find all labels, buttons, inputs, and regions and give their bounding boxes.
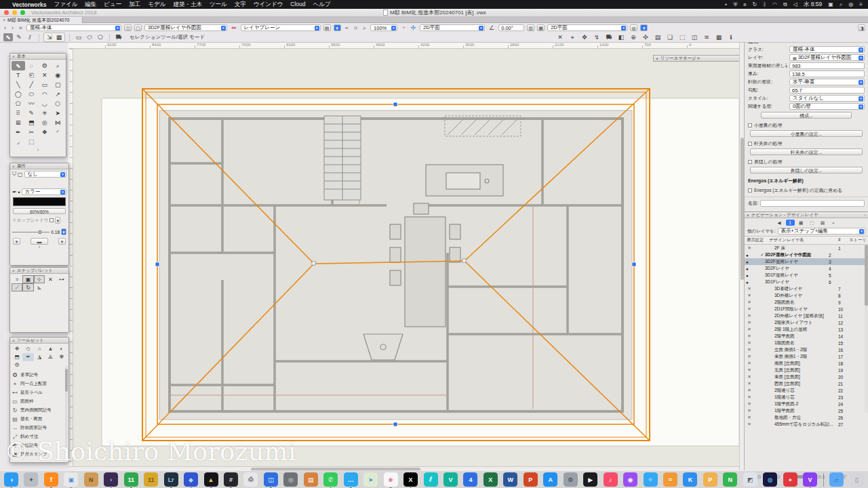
layer-row[interactable]: ✕ 北面 [立面図] 19 [745, 367, 868, 373]
nav-tab3-icon[interactable]: ⬚ [808, 220, 816, 226]
menu-item[interactable]: Cloud [290, 1, 305, 7]
menu-item[interactable]: 文字 [235, 1, 246, 7]
layer-row[interactable]: ✕ 東面 [立面図] 20 [745, 373, 868, 380]
dock-hash-dark-icon[interactable]: # [224, 472, 238, 487]
field-input[interactable]: 983 [789, 62, 865, 69]
snap-intersection-icon[interactable]: ✕ [45, 275, 56, 283]
cat-site-icon[interactable]: ▲ [45, 345, 56, 353]
dock-maps-icon[interactable]: ➤ [363, 472, 378, 487]
layer-row[interactable]: ✕ 1階通り芯 23 [745, 394, 868, 401]
photo-badge-icon[interactable]: ▣ [828, 1, 833, 7]
layer-name[interactable]: 455mmで芯をロジカル転記... [774, 422, 838, 428]
dock-prism-dark-icon[interactable]: ▲ [204, 472, 218, 487]
siri-icon[interactable]: ◍ [848, 1, 853, 7]
opacity-button[interactable]: 60%/60% [13, 208, 66, 214]
class-options-icon[interactable]: ▢ [134, 24, 142, 31]
layer-name[interactable]: 1階図面名 [774, 340, 838, 346]
visibility-off-icon[interactable]: ✕ [745, 415, 754, 420]
star-tool-icon[interactable]: ✳ [38, 108, 52, 118]
visibility-on-icon[interactable]: ● [745, 260, 760, 264]
frame-icon[interactable]: ❏ [665, 33, 675, 41]
lineweight-dropdown-icon[interactable]: ▾ [61, 228, 66, 235]
col-visibility[interactable]: 表示設定 [745, 237, 769, 243]
palette-titlebar[interactable]: × 属性 [10, 163, 68, 169]
layer-name[interactable]: 3D2Fレイヤ [765, 266, 829, 272]
menu-item[interactable]: ビュー [104, 1, 121, 7]
col-story[interactable]: ストーリ [849, 237, 868, 243]
app-badge-icon[interactable]: ▪ [725, 1, 727, 7]
layer-name[interactable]: 1階平面図 [774, 408, 838, 414]
pen-style-dropdown[interactable]: カラー▾ [22, 188, 66, 195]
back-icon[interactable]: ‹ [3, 24, 7, 31]
zoom-window-button[interactable] [20, 10, 25, 15]
wifi-icon[interactable]: ◠ [772, 1, 777, 7]
view-dropdown[interactable]: 2D平面▾ [420, 24, 485, 31]
sheet-dropdown-icon[interactable]: ▾ [334, 24, 341, 31]
layer-name[interactable]: 3D基礎レイヤ [774, 286, 838, 292]
layer-row[interactable]: ● 3D2F屋根レイヤ 3 [745, 258, 868, 265]
class-lock-icon[interactable]: ◫ [124, 24, 132, 31]
selection-cursor-icon[interactable]: ⬉ [3, 33, 13, 41]
layer-row[interactable]: ✕ 1階平面図 25 [745, 407, 868, 414]
visibility-off-icon[interactable]: ✕ [745, 293, 754, 298]
layer-row[interactable]: ✕ 2F 床 1 [745, 245, 868, 251]
zoom-tool-icon[interactable]: ⌕ [52, 61, 65, 70]
target-icon[interactable]: ⌖ [568, 33, 577, 41]
chamfer-tool-icon[interactable]: ◞ [12, 137, 25, 146]
nav-tab4-icon[interactable]: ▤ [818, 220, 827, 226]
symbol-tool-icon[interactable]: ❖ [38, 127, 52, 137]
field-dropdown[interactable]: 水平-垂直 ▾ [789, 79, 865, 85]
dots-tool-icon[interactable]: ⠿ [12, 108, 25, 118]
palette-resize-handle[interactable]: ▾ [10, 245, 68, 249]
delete-tool-icon[interactable]: ✕ [38, 70, 52, 80]
visibility-on-icon[interactable]: ● [745, 266, 760, 271]
option-checkbox[interactable] [748, 160, 752, 164]
visibility-off-icon[interactable]: ✕ [745, 367, 754, 373]
zoom-dropdown[interactable]: 100%▾ [370, 24, 397, 31]
dock-launchpad-icon[interactable]: ✦ [24, 472, 38, 487]
cat-3d-icon[interactable]: ◮ [34, 353, 45, 361]
regular-polygon-tool-icon[interactable]: ⬡ [52, 99, 65, 108]
field-dropdown[interactable]: ▤ 3D2F屋根レイヤ作図面 ▾ [789, 54, 865, 61]
parallel-lines-icon[interactable]: ⫽ [25, 33, 35, 41]
menu-item[interactable]: 加工 [129, 1, 140, 7]
layer-row[interactable]: ✕ 2階家具レイアウト 12 [745, 319, 868, 326]
menu-item[interactable]: ツール [210, 1, 227, 7]
dock-chat-blue-icon[interactable]: … [344, 472, 358, 487]
dock-window-blue-icon[interactable]: ◫ [264, 472, 278, 487]
selection-tool-icon[interactable]: ⬉ [12, 61, 25, 70]
dock-preview-app-icon[interactable]: ▣ [64, 472, 78, 487]
layer-row[interactable]: ● 3D1Fレイヤ 6 [745, 279, 868, 285]
mirror-tool-icon[interactable]: ⋈ [52, 118, 65, 127]
cat-mesh-icon[interactable]: ⟁ [45, 353, 56, 361]
layer-name[interactable]: 2階 1階上の屋根 [774, 327, 838, 333]
dock-appstore-icon[interactable]: A [543, 472, 557, 487]
snap-object-icon[interactable]: ▣ [22, 275, 33, 283]
same-point-tool[interactable]: ⌖ 同一点上配置 [12, 380, 68, 388]
half-box-icon[interactable]: ◧ [616, 33, 626, 41]
dock-v-teal-icon[interactable]: V [443, 472, 458, 487]
wand-icon[interactable]: ✕ [555, 33, 565, 41]
dock-safari-icon[interactable]: ✧ [644, 472, 658, 487]
energos-checkbox[interactable] [748, 188, 752, 192]
layer-row[interactable]: ✕ 3D外構レイヤ 8 [745, 292, 868, 299]
zoom-marquee-icon[interactable]: ⌗ [353, 24, 359, 32]
snap-tangent-icon[interactable]: ⊾ [34, 283, 45, 291]
vertical-scrollbar[interactable] [739, 43, 744, 470]
layer-name[interactable]: 2D1F間取レイヤ [774, 306, 838, 312]
text-tool-icon[interactable]: T [12, 70, 25, 80]
minimize-window-button[interactable] [12, 10, 17, 15]
zoom-line-icon[interactable]: ⌁ [344, 24, 350, 31]
cat-dims-icon[interactable]: ✒ [22, 353, 33, 361]
layer-name[interactable]: 2階図面名 [774, 300, 838, 306]
field-dropdown[interactable]: 屋根-本体 ▾ [789, 46, 865, 53]
circle-tool-icon[interactable]: ◯ [12, 89, 25, 99]
visibility-off-icon[interactable]: ✕ [745, 381, 754, 386]
poly-marquee-icon[interactable]: ⬠ [96, 33, 105, 41]
snap-smart-icon[interactable]: ↻ [22, 283, 33, 291]
pen2-tool-icon[interactable]: ✒ [12, 127, 25, 137]
layer-name[interactable]: 3D2F屋根レイヤ作図面 [765, 252, 829, 258]
dock-x-black-icon[interactable]: X [403, 472, 418, 487]
render-mode-dropdown[interactable]: 2D平面▾ [547, 24, 627, 31]
marquee2-tool-icon[interactable]: ⬚ [25, 137, 39, 146]
